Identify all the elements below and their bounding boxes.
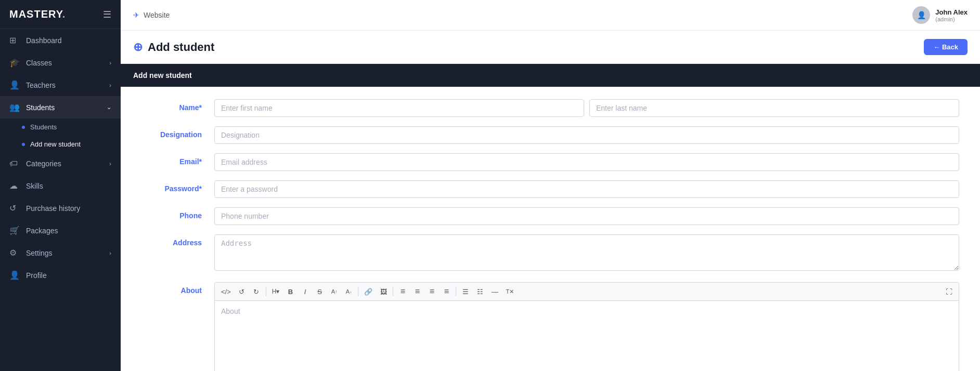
add-student-icon: ⊕ xyxy=(133,41,143,54)
classes-icon: 🎓 xyxy=(9,58,20,68)
password-input[interactable] xyxy=(214,180,959,198)
rte-image-button[interactable]: 🖼 xyxy=(377,286,390,298)
dashboard-icon: ⊞ xyxy=(9,35,20,45)
nav-item-settings[interactable]: ⚙ Settings › xyxy=(0,242,121,264)
designation-input[interactable] xyxy=(214,126,959,144)
first-name-input[interactable] xyxy=(214,99,584,117)
nav-label-teachers: Teachers xyxy=(26,81,56,89)
nav-label-profile: Profile xyxy=(26,271,47,280)
sub-label-students: Students xyxy=(30,123,57,131)
rte-link-button[interactable]: 🔗 xyxy=(361,286,376,298)
rte-align-left-button[interactable]: ≡ xyxy=(396,285,409,298)
rte-clear-button[interactable]: T✕ xyxy=(502,286,517,297)
nav-item-profile[interactable]: 👤 Profile xyxy=(0,264,121,286)
teachers-icon: 👤 xyxy=(9,80,20,90)
topbar-left: ✈ Website xyxy=(133,11,170,19)
rte-superscript-button[interactable]: A↑ xyxy=(327,286,341,297)
email-field xyxy=(214,153,959,171)
name-row: Name* xyxy=(141,99,959,117)
designation-label: Designation xyxy=(141,126,214,139)
phone-field xyxy=(214,207,959,225)
chevron-right-icon-settings: › xyxy=(109,250,111,256)
address-field xyxy=(214,234,959,273)
rte-ul-button[interactable]: ☰ xyxy=(459,286,472,298)
name-fields xyxy=(214,99,959,117)
nav-label-categories: Categories xyxy=(26,160,61,168)
nav-item-classes[interactable]: 🎓 Classes › xyxy=(0,51,121,74)
rte-subscript-button[interactable]: A↓ xyxy=(342,286,355,297)
email-label: Email* xyxy=(141,153,214,166)
nav-label-classes: Classes xyxy=(26,59,52,67)
page-title: ⊕ Add student xyxy=(133,41,214,54)
phone-input[interactable] xyxy=(214,207,959,225)
rte-toolbar: </> ↺ ↻ H▾ B I S A↑ A↓ xyxy=(215,283,959,301)
form-card: Add new student Name* Designation xyxy=(121,64,980,371)
rte-redo-button[interactable]: ↻ xyxy=(250,286,263,298)
user-info: John Alex (admin) xyxy=(935,8,968,22)
phone-label: Phone xyxy=(141,207,214,220)
sidebar: MASTERY. ☰ ⊞ Dashboard 🎓 Classes › 👤 Tea… xyxy=(0,0,121,371)
nav-item-dashboard[interactable]: ⊞ Dashboard xyxy=(0,29,121,51)
chevron-right-icon: › xyxy=(109,60,111,66)
address-input[interactable] xyxy=(214,234,959,271)
rte-content-area[interactable]: About xyxy=(215,301,959,371)
nav-sub-item-students-list[interactable]: Students xyxy=(0,118,121,136)
avatar: 👤 xyxy=(912,6,930,24)
sidebar-logo: MASTERY. ☰ xyxy=(0,0,121,29)
nav-item-skills[interactable]: ☁ Skills xyxy=(0,175,121,197)
rte-divider-3 xyxy=(393,287,393,296)
rte-align-right-button[interactable]: ≡ xyxy=(425,285,439,298)
rte-align-center-button[interactable]: ≡ xyxy=(410,285,424,298)
password-label: Password* xyxy=(141,180,214,193)
nav-label-skills: Skills xyxy=(26,182,43,190)
chevron-right-icon-teachers: › xyxy=(109,82,111,88)
nav-item-packages[interactable]: 🛒 Packages xyxy=(0,219,121,242)
main-content: ✈ Website 👤 John Alex (admin) ⊕ Add stud… xyxy=(121,0,980,371)
rte-container: </> ↺ ↻ H▾ B I S A↑ A↓ xyxy=(214,282,959,371)
sub-label-add-student: Add new student xyxy=(30,140,81,148)
website-arrow-icon: ✈ xyxy=(133,11,139,19)
chevron-down-icon-students: ⌄ xyxy=(107,104,111,111)
rte-hr-button[interactable]: — xyxy=(488,286,501,298)
about-row: About </> ↺ ↻ H▾ B I S xyxy=(141,282,959,371)
password-field xyxy=(214,180,959,198)
rte-undo-button[interactable]: ↺ xyxy=(235,286,249,298)
page-title-text: Add student xyxy=(148,41,214,54)
topbar: ✈ Website 👤 John Alex (admin) xyxy=(121,0,980,31)
back-button[interactable]: ← Back xyxy=(924,39,968,55)
rte-code-button[interactable]: </> xyxy=(218,286,234,298)
email-row: Email* xyxy=(141,153,959,171)
nav-item-teachers[interactable]: 👤 Teachers › xyxy=(0,74,121,96)
rte-strikethrough-button[interactable]: S xyxy=(313,286,326,298)
rte-bold-button[interactable]: B xyxy=(283,286,297,298)
rte-justify-button[interactable]: ≡ xyxy=(440,285,453,298)
designation-field xyxy=(214,126,959,144)
user-role: (admin) xyxy=(935,16,968,22)
nav-item-purchase-history[interactable]: ↺ Purchase history xyxy=(0,197,121,219)
nav-label-dashboard: Dashboard xyxy=(26,36,62,45)
nav-item-students[interactable]: 👥 Students ⌄ xyxy=(0,96,121,118)
packages-icon: 🛒 xyxy=(9,226,20,235)
rte-fullscreen-button[interactable]: ⛶ xyxy=(942,286,956,298)
name-label: Name* xyxy=(141,99,214,112)
address-label: Address xyxy=(141,234,214,247)
rte-ol-button[interactable]: ☷ xyxy=(473,286,487,298)
hamburger-icon[interactable]: ☰ xyxy=(103,9,111,20)
rte-divider-2 xyxy=(358,287,358,296)
rte-italic-button[interactable]: I xyxy=(298,286,312,298)
rte-heading-button[interactable]: H▾ xyxy=(269,286,283,297)
form-card-header: Add new student xyxy=(121,64,980,87)
about-label: About xyxy=(141,282,214,295)
content-area: Add new student Name* Designation xyxy=(121,64,980,371)
phone-row: Phone xyxy=(141,207,959,225)
form-body: Name* Designation Email* xyxy=(121,87,980,371)
last-name-input[interactable] xyxy=(589,99,959,117)
about-field: </> ↺ ↻ H▾ B I S A↑ A↓ xyxy=(214,282,959,371)
nav-label-packages: Packages xyxy=(26,227,58,235)
settings-icon: ⚙ xyxy=(9,248,20,258)
email-input[interactable] xyxy=(214,153,959,171)
nav-sub-item-add-student[interactable]: Add new student xyxy=(0,136,121,153)
website-link[interactable]: Website xyxy=(144,11,170,19)
nav-label-students: Students xyxy=(26,103,55,112)
nav-item-categories[interactable]: 🏷 Categories › xyxy=(0,153,121,175)
